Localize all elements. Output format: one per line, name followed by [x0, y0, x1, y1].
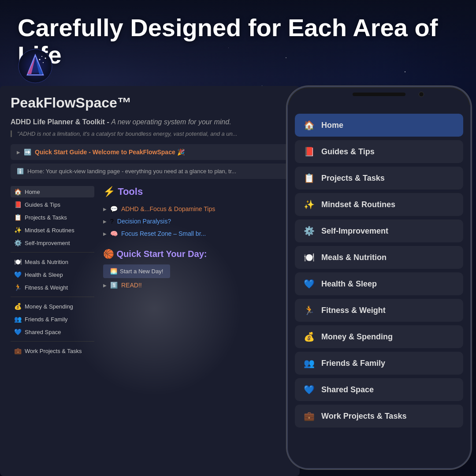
read-arrow: ▶ [103, 283, 107, 288]
tool-label-adhd: ADHD &...Focus & Dopamine Tips [121, 205, 215, 212]
svg-point-6 [43, 62, 44, 63]
sidebar-divider-2 [11, 297, 94, 297]
health-icon: 💙 [14, 271, 22, 278]
read-label: READ!! [121, 282, 142, 289]
tools-emoji: ⚡ [103, 186, 115, 197]
phone-nav-mindset[interactable]: ✨ Mindset & Routines [295, 193, 463, 216]
nav-fitness-label: Fitness & Weight [25, 284, 68, 291]
nav-friends[interactable]: 👥 Friends & Family [11, 313, 94, 325]
start-new-day-button[interactable]: 🌅 Start a New Day! [103, 264, 170, 278]
phone-nav-self[interactable]: ⚙️ Self-Improvement [295, 219, 463, 242]
phone-nav-fitness[interactable]: 🏃 Fitness & Weight [295, 299, 463, 322]
mindset-icon: ✨ [14, 227, 22, 234]
phone-nav-work[interactable]: 💼 Work Projects & Tasks [295, 405, 463, 428]
tool-arrow-2: ▶ [103, 219, 107, 224]
left-sidebar-nav: 🏠 Home 📕 Guides & Tips 📋 Projects & Task… [11, 186, 94, 358]
phone-self-label: Self-Improvement [321, 227, 388, 236]
tool-decision[interactable]: ▶ ? Decision Paralysis? [103, 215, 289, 227]
phone-meals-icon: 🍽️ [303, 252, 315, 263]
phone-health-label: Health & Sleep [321, 279, 377, 289]
tool-adhd[interactable]: ▶ 💬 ADHD &...Focus & Dopamine Tips [103, 203, 289, 215]
guides-icon: 📕 [14, 201, 22, 208]
phone-nav-guides[interactable]: 📕 Guides & Tips [295, 140, 463, 163]
quick-start-day-title: 🏀 Quick Start Your Day: [103, 249, 289, 259]
main-content-area: ⚡ Tools ▶ 💬 ADHD &...Focus & Dopamine Ti… [103, 186, 289, 358]
nav-self[interactable]: ⚙️ Self-Improvement [11, 237, 94, 249]
qs-emoji: 🏀 [103, 249, 114, 259]
nav-mindset-label: Mindset & Routines [25, 227, 74, 234]
phone-nav-money[interactable]: 💰 Money & Spending [295, 325, 463, 348]
header-banner: Carefully Designed for Each Area of Life [0, 0, 476, 77]
tool-arrow-3: ▶ [103, 231, 107, 236]
nav-projects-label: Projects & Tasks [25, 214, 67, 221]
phone-nav-meals[interactable]: 🍽️ Meals & Nutrition [295, 246, 463, 269]
nav-meals-label: Meals & Nutrition [25, 259, 68, 265]
money-icon: 💰 [14, 303, 22, 310]
phone-fitness-label: Fitness & Weight [321, 306, 386, 315]
phone-nav-shared[interactable]: 💙 Shared Space [295, 378, 463, 401]
phone-fitness-icon: 🏃 [303, 305, 315, 316]
phone-projects-icon: 📋 [303, 173, 315, 183]
friends-icon: 👥 [14, 316, 22, 323]
info-item: ℹ️ Home: Your quick-view landing page - … [11, 164, 289, 179]
notion-panel: PeakFlowSpace™ ADHD Life Planner & Toolk… [0, 86, 300, 476]
nav-health[interactable]: 💙 Health & Sleep [11, 269, 94, 280]
nav-self-label: Self-Improvement [25, 240, 70, 246]
phone-self-icon: ⚙️ [303, 226, 315, 236]
tool-label-decision: Decision Paralysis? [117, 218, 171, 225]
nav-health-label: Health & Sleep [25, 271, 63, 278]
phone-nav-home[interactable]: 🏠 Home [295, 114, 463, 137]
tool-label-focus: Focus Reset Zone – Small br... [121, 230, 206, 237]
quick-start-emoji: ➡️ [24, 149, 31, 156]
phone-money-icon: 💰 [303, 331, 315, 342]
phone-guides-icon: 📕 [303, 146, 315, 157]
svg-point-8 [45, 58, 46, 59]
nav-fitness[interactable]: 🏃 Fitness & Weight [11, 282, 94, 293]
self-icon: ⚙️ [14, 239, 22, 246]
start-btn-emoji: 🌅 [110, 268, 117, 275]
work-icon: 💼 [14, 347, 22, 354]
phone-mockup: 🏠 Home 📕 Guides & Tips 📋 Projects & Task… [286, 86, 476, 476]
page-title: Carefully Designed for Each Area of Life [18, 14, 458, 68]
phone-shared-icon: 💙 [303, 384, 315, 395]
quick-start-collapsible[interactable]: ▶ ➡️ Quick Start Guide - Welcome to Peak… [11, 144, 289, 160]
nav-projects[interactable]: 📋 Projects & Tasks [11, 212, 94, 223]
phone-screen: 🏠 Home 📕 Guides & Tips 📋 Projects & Task… [288, 105, 470, 468]
nav-mindset[interactable]: ✨ Mindset & Routines [11, 224, 94, 236]
nav-guides-label: Guides & Tips [25, 201, 60, 208]
tool-focus[interactable]: ▶ 🧠 Focus Reset Zone – Small br... [103, 227, 289, 240]
phone-meals-label: Meals & Nutrition [321, 253, 387, 262]
projects-icon: 📋 [14, 214, 22, 221]
nav-meals[interactable]: 🍽️ Meals & Nutrition [11, 256, 94, 268]
phone-mindset-icon: ✨ [303, 199, 315, 210]
fitness-icon: 🏃 [14, 284, 22, 291]
nav-work[interactable]: 💼 Work Projects & Tasks [11, 345, 94, 357]
phone-notch [353, 93, 405, 96]
nav-money[interactable]: 💰 Money & Spending [11, 301, 94, 312]
read-item[interactable]: ▶ 1️⃣ READ!! [103, 282, 289, 289]
phone-projects-label: Projects & Tasks [321, 174, 385, 183]
nav-shared-label: Shared Space [25, 329, 61, 335]
nav-home-label: Home [25, 189, 40, 195]
phone-nav-friends[interactable]: 👥 Friends & Family [295, 352, 463, 375]
tool-q: ? [110, 218, 114, 225]
phone-guides-label: Guides & Tips [321, 147, 375, 156]
tool-emoji-1: 💬 [110, 205, 118, 212]
nav-home[interactable]: 🏠 Home [11, 186, 94, 197]
tools-title: ⚡ Tools [103, 186, 289, 197]
nav-shared[interactable]: 💙 Shared Space [11, 326, 94, 338]
tools-section: ⚡ Tools ▶ 💬 ADHD &...Focus & Dopamine Ti… [103, 186, 289, 240]
phone-nav-projects[interactable]: 📋 Projects & Tasks [295, 167, 463, 190]
phone-health-icon: 💙 [303, 279, 315, 289]
phone-home-icon: 🏠 [303, 120, 315, 130]
svg-point-7 [41, 56, 42, 57]
nav-guides[interactable]: 📕 Guides & Tips [11, 199, 94, 210]
sidebar-divider-1 [11, 252, 94, 253]
phone-work-icon: 💼 [303, 411, 315, 421]
phone-shared-label: Shared Space [321, 385, 374, 394]
tool-arrow-1: ▶ [103, 207, 107, 212]
phone-friends-label: Friends & Family [321, 359, 385, 368]
logo [18, 48, 53, 84]
quick-start-section: 🏀 Quick Start Your Day: 🌅 Start a New Da… [103, 249, 289, 289]
phone-nav-health[interactable]: 💙 Health & Sleep [295, 272, 463, 295]
